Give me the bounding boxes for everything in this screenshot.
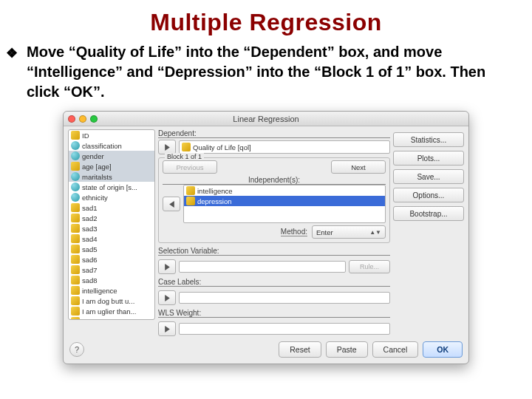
arrow-right-icon: [163, 294, 171, 302]
save-button[interactable]: Save...: [393, 169, 464, 184]
list-item[interactable]: classification: [69, 140, 154, 151]
nominal-icon: [71, 151, 80, 160]
plots-button[interactable]: Plots...: [393, 151, 464, 166]
list-item[interactable]: sad4: [69, 233, 154, 244]
method-label: Method:: [281, 228, 307, 236]
variable-list[interactable]: IDclassificationgenderage [age]maritalst…: [68, 129, 155, 320]
statistics-button[interactable]: Statistics...: [393, 132, 464, 147]
case-labels-label: Case Labels:: [158, 278, 390, 287]
help-button[interactable]: ?: [69, 342, 84, 357]
independents-list[interactable]: intelligencedepression: [183, 185, 386, 223]
wls-weight-label: WLS Weight:: [158, 309, 390, 318]
selection-variable-label: Selection Variable:: [158, 247, 390, 256]
list-item-label: I am dog butt u...: [82, 297, 134, 305]
move-wls-button[interactable]: [158, 321, 176, 336]
block-frame: Block 1 of 1 Previous Next Independent(s…: [158, 157, 390, 243]
instruction-text: ❖ Move “Quality of Life” into the “Depen…: [0, 42, 532, 102]
scale-icon: [71, 255, 80, 264]
list-item[interactable]: My pic is in the: [69, 316, 154, 320]
list-item[interactable]: intelligence: [69, 285, 154, 296]
scale-icon: [186, 186, 195, 195]
reset-button[interactable]: Reset: [279, 341, 321, 358]
method-select[interactable]: Enter ▲▼: [312, 225, 386, 239]
rule-button[interactable]: Rule...: [349, 260, 390, 273]
list-item[interactable]: sad8: [69, 275, 154, 285]
scale-icon: [71, 286, 80, 295]
move-selection-button[interactable]: [158, 259, 176, 274]
list-item-label: age [age]: [82, 163, 112, 171]
list-item[interactable]: sad7: [69, 265, 154, 275]
next-button[interactable]: Next: [331, 160, 386, 174]
list-item[interactable]: depression: [184, 196, 385, 206]
list-item-label: sad3: [82, 225, 98, 233]
previous-button[interactable]: Previous: [163, 160, 217, 174]
arrow-right-icon: [163, 325, 171, 333]
dependent-label: Dependent:: [158, 129, 390, 138]
list-item-label: ID: [82, 132, 89, 140]
move-independent-button[interactable]: [163, 197, 180, 211]
list-item-label: depression: [197, 197, 231, 205]
list-item-label: sad7: [82, 266, 98, 274]
nominal-icon: [71, 172, 80, 181]
dependent-field[interactable]: Quality of Life [qol]: [179, 140, 390, 154]
list-item[interactable]: intelligence: [184, 185, 385, 196]
list-item-label: sad4: [82, 235, 98, 243]
list-item[interactable]: I am dog butt u...: [69, 296, 154, 306]
bootstrap-button[interactable]: Bootstrap...: [393, 206, 464, 221]
chevron-up-down-icon: ▲▼: [369, 229, 381, 236]
list-item[interactable]: sad2: [69, 213, 154, 223]
nominal-icon: [71, 141, 80, 150]
arrow-right-icon: [163, 263, 171, 271]
list-item-label: intelligence: [197, 187, 233, 195]
scale-icon: [71, 296, 80, 305]
scale-icon: [186, 197, 195, 205]
list-item[interactable]: I am uglier than...: [69, 306, 154, 316]
list-item[interactable]: state of origin [s...: [69, 182, 154, 192]
list-item-label: state of origin [s...: [82, 183, 137, 191]
block-legend: Block 1 of 1: [165, 153, 204, 160]
options-button[interactable]: Options...: [393, 188, 464, 202]
list-item[interactable]: gender: [69, 151, 154, 161]
cancel-button[interactable]: Cancel: [372, 341, 419, 358]
list-item[interactable]: ethnicity: [69, 192, 154, 202]
list-item-label: sad1: [82, 204, 98, 212]
list-item[interactable]: ID: [69, 130, 154, 140]
list-item-label: ethnicity: [82, 194, 108, 202]
wls-weight-field[interactable]: [179, 323, 390, 335]
dependent-value: Quality of Life [qol]: [193, 143, 251, 151]
paste-button[interactable]: Paste: [326, 341, 368, 358]
scale-icon: [71, 276, 80, 284]
bullet-icon: ❖: [6, 44, 18, 62]
move-caselabels-button[interactable]: [158, 290, 176, 305]
list-item[interactable]: age [age]: [69, 161, 154, 171]
ok-button[interactable]: OK: [423, 341, 463, 358]
scale-icon: [71, 307, 80, 316]
list-item[interactable]: sad5: [69, 244, 154, 254]
move-dependent-button[interactable]: [158, 140, 176, 154]
case-labels-field[interactable]: [179, 292, 390, 304]
list-item-label: sad8: [82, 276, 98, 284]
list-item[interactable]: sad3: [69, 223, 154, 233]
list-item-label: sad5: [82, 245, 98, 253]
scale-icon: [182, 143, 191, 151]
arrow-right-icon: [163, 143, 171, 151]
arrow-left-icon: [168, 200, 176, 208]
scale-icon: [71, 245, 80, 253]
dialog-titlebar[interactable]: Linear Regression: [64, 112, 468, 126]
scale-icon: [71, 265, 80, 274]
list-item[interactable]: maritalsts: [69, 171, 154, 182]
selection-variable-field[interactable]: [179, 261, 346, 273]
scale-icon: [71, 162, 80, 171]
independents-label: Independent(s):: [163, 176, 386, 185]
list-item-label: maritalsts: [82, 173, 112, 181]
list-item-label: gender: [82, 152, 104, 160]
dialog-title: Linear Regression: [64, 115, 468, 123]
list-item[interactable]: sad1: [69, 202, 154, 213]
nominal-icon: [71, 183, 80, 191]
instruction-body: Move “Quality of Life” into the “Depende…: [27, 44, 485, 100]
list-item[interactable]: sad6: [69, 254, 154, 265]
scale-icon: [71, 214, 80, 222]
list-item-label: I am uglier than...: [82, 307, 136, 316]
list-item-label: classification: [82, 142, 122, 150]
linear-regression-dialog: Linear Regression IDclassificationgender…: [63, 111, 469, 364]
